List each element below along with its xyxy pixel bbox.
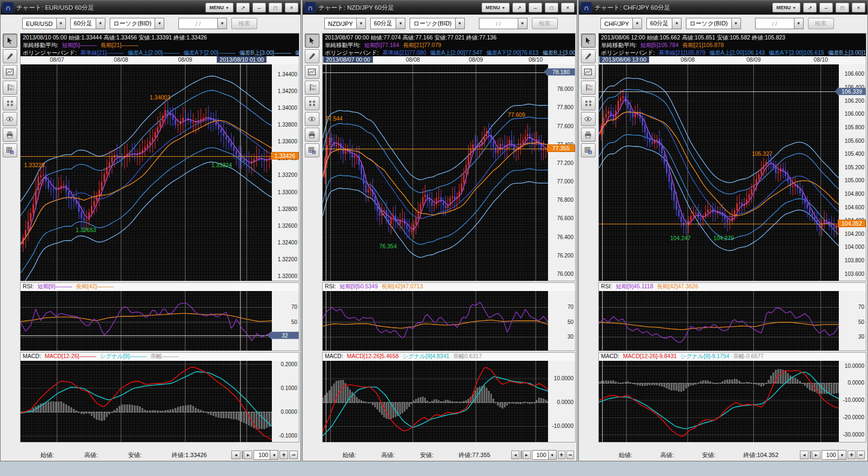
candle-count-select[interactable]: 100 ▼ [532,450,557,460]
date-input[interactable]: / / ▼ [479,18,528,29]
maximize-button[interactable]: □ [269,3,282,12]
indicator-button[interactable] [581,65,596,79]
macd-axis-gutter[interactable]: 0.20000.10000.0000-0.1000 [272,361,299,442]
scrollbar-track[interactable] [242,451,243,459]
visibility-button[interactable] [305,112,319,126]
macd-axis-gutter[interactable]: 10.00000.0000-10.0000 [548,361,575,442]
scroll-right-button[interactable]: ► [812,451,820,459]
scroll-left-button[interactable]: ◄ [231,451,241,459]
minimize-button[interactable]: – [252,3,266,12]
zoom-in-button[interactable]: + [558,451,565,459]
search-button[interactable]: 検索 [231,18,257,29]
scroll-right-button[interactable]: ► [523,451,531,459]
draw-tool-button[interactable] [581,49,596,63]
symbols-button[interactable] [305,96,319,110]
price-axis-gutter[interactable]: 1.344001.342001.340001.338001.336001.334… [272,64,299,281]
close-button[interactable]: × [285,3,298,12]
zoom-out-button[interactable]: − [289,451,298,459]
title-bar[interactable]: ∩ チャート: EUR/USD 60分足 MENU▼ ↗ – □ × [1,1,301,15]
zoom-out-button[interactable]: − [566,451,574,459]
period-select[interactable]: 60分足 ▼ [646,18,682,29]
minimize-button[interactable]: – [529,3,542,12]
title-bar[interactable]: ∩ チャート: CHF/JPY 60分足 MENU▼ ↗ – □ × [579,1,867,15]
scrollbar-thumb[interactable] [521,451,522,459]
rsi-plot[interactable] [21,291,272,351]
macd-plot[interactable] [599,361,839,442]
print-button[interactable] [305,128,319,142]
price-plot[interactable]: 77.54476.35477.609 [323,64,548,281]
close-button[interactable]: × [561,3,575,12]
chart-type-select[interactable]: ローソク(BID) ▼ [110,18,164,29]
date-input[interactable]: / / ▼ [178,18,227,29]
menu-button[interactable]: MENU▼ [482,3,510,12]
chevron-down-icon[interactable]: ▼ [794,18,804,29]
price-plot[interactable]: 1.332281.326531.340031.33324 [21,64,272,281]
maximize-button[interactable]: □ [545,3,558,12]
export-button[interactable] [581,143,596,157]
draw-tool-button[interactable] [3,49,17,63]
chart-type-select[interactable]: ローソク(BID) ▼ [410,18,464,29]
print-button[interactable] [581,128,596,142]
menu-button[interactable]: MENU▼ [772,3,800,12]
chevron-down-icon[interactable]: ▼ [155,18,164,29]
rsi-axis-gutter[interactable]: 705030 [548,291,575,351]
candle-count-select[interactable]: 100 ▼ [822,450,846,460]
search-button[interactable]: 検索 [808,18,834,29]
price-axis-gutter[interactable]: 106.600106.400106.200106.000105.800105.6… [839,64,866,281]
scrollbar-thumb[interactable] [242,451,243,459]
symbol-select[interactable]: EUR/USD ▼ [22,18,66,29]
popout-button[interactable]: ↗ [512,3,526,12]
popout-button[interactable]: ↗ [803,3,817,12]
cursor-tool-button[interactable] [305,34,319,48]
macd-plot[interactable] [21,361,272,442]
chevron-down-icon[interactable]: ▼ [270,450,278,460]
period-select[interactable]: 60分足 ▼ [370,18,405,29]
scroll-right-button[interactable]: ► [244,451,253,459]
price-scale-button[interactable]: 70.060.0 [305,81,319,95]
chevron-down-icon[interactable]: ▼ [356,18,366,29]
print-button[interactable] [3,128,17,142]
visibility-button[interactable] [581,112,596,126]
rsi-axis-gutter[interactable]: 705030 [839,291,866,351]
search-button[interactable]: 検索 [532,18,558,29]
price-scale-button[interactable]: 70.060.0 [3,81,17,95]
chevron-down-icon[interactable]: ▼ [632,18,642,29]
macd-axis-gutter[interactable]: 10.00000.0000-10.0000-20.0000-30.0000 [839,361,866,442]
scrollbar-track[interactable] [520,451,522,459]
chevron-down-icon[interactable]: ▼ [455,18,465,29]
cursor-tool-button[interactable] [581,34,596,48]
chevron-down-icon[interactable]: ▼ [96,18,105,29]
minimize-button[interactable]: – [819,3,833,12]
maximize-button[interactable]: □ [836,3,849,12]
symbol-select[interactable]: CHF/JPY ▼ [600,18,642,29]
symbols-button[interactable] [581,96,596,110]
cursor-tool-button[interactable] [3,34,17,48]
indicator-button[interactable] [305,65,319,79]
zoom-in-button[interactable]: + [279,451,288,459]
symbol-select[interactable]: NZD/JPY ▼ [324,18,366,29]
popout-button[interactable]: ↗ [236,3,250,12]
chevron-down-icon[interactable]: ▼ [672,18,682,29]
export-button[interactable] [3,143,17,157]
chevron-down-icon[interactable]: ▼ [838,450,846,460]
chevron-down-icon[interactable]: ▼ [548,450,557,460]
price-axis-gutter[interactable]: 78.00077.80077.60077.40077.20077.00076.8… [548,64,575,281]
visibility-button[interactable] [3,112,17,126]
scrollbar-thumb[interactable] [810,451,811,459]
close-button[interactable]: × [852,3,865,12]
export-button[interactable] [305,143,319,157]
chevron-down-icon[interactable]: ▼ [731,18,741,29]
chevron-down-icon[interactable]: ▼ [217,18,227,29]
chevron-down-icon[interactable]: ▼ [396,18,405,29]
scrollbar-track[interactable] [810,451,811,459]
zoom-out-button[interactable]: − [857,451,865,459]
menu-button[interactable]: MENU▼ [205,3,233,12]
rsi-axis-gutter[interactable]: 705032 [272,291,299,351]
chart-type-select[interactable]: ローソク(BID) ▼ [686,18,740,29]
scroll-left-button[interactable]: ◄ [800,451,809,459]
draw-tool-button[interactable] [305,49,319,63]
chevron-down-icon[interactable]: ▼ [56,18,66,29]
symbols-button[interactable] [3,96,17,110]
chevron-down-icon[interactable]: ▼ [518,18,528,29]
title-bar[interactable]: ∩ チャート: NZD/JPY 60分足 MENU▼ ↗ – □ × [303,1,577,15]
